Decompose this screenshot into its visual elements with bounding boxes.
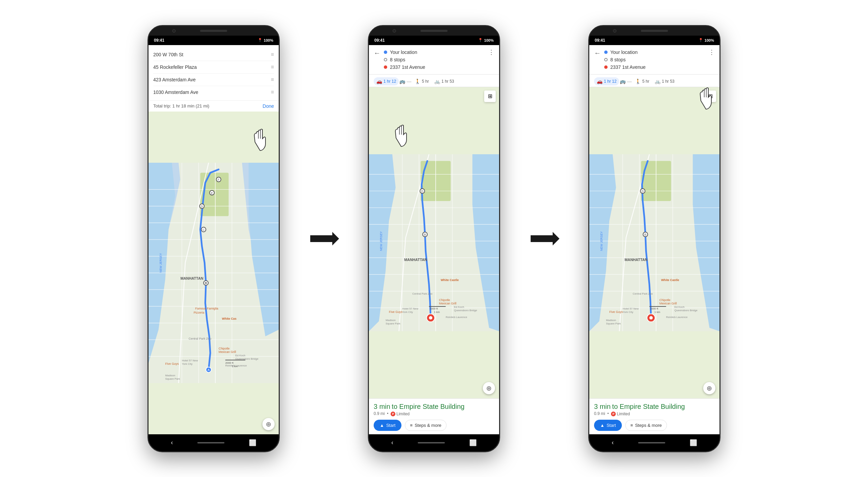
- bike-option-2[interactable]: 🚲 1 hr 53: [432, 77, 457, 85]
- location-button-2[interactable]: ◎: [483, 382, 495, 394]
- svg-marker-51: [310, 232, 339, 245]
- map-area-3: A B D MANHATTAN NEW JERSEY White Castle …: [589, 87, 719, 398]
- nav-destination-3: 2337 1st Avenue: [604, 63, 705, 71]
- svg-text:White Cas: White Cas: [222, 317, 237, 320]
- car-icon-3: 🚗: [597, 79, 603, 84]
- layers-button-2[interactable]: ⊞: [484, 91, 496, 102]
- car-time-3: 1 hr 12: [604, 79, 616, 84]
- recent-nav-btn-3[interactable]: ⬜: [690, 439, 697, 446]
- svg-text:Central Park Zoo: Central Park Zoo: [189, 337, 211, 340]
- home-indicator-1[interactable]: [197, 442, 224, 443]
- arrow-2: [527, 230, 561, 247]
- svg-text:MANHATTAN: MANHATTAN: [625, 258, 648, 262]
- svg-text:F: F: [218, 178, 220, 181]
- svg-text:Central Park Zoo: Central Park Zoo: [633, 292, 653, 295]
- steps-label-3: Steps & more: [635, 423, 662, 428]
- more-options-3[interactable]: ⋮: [709, 48, 715, 56]
- svg-text:Madison: Madison: [165, 374, 175, 377]
- phone-2-top: [369, 26, 499, 36]
- bottom-sheet-2: 3 min to Empire State Building 0.9 mi • …: [369, 398, 499, 434]
- start-icon-3: ▲: [600, 423, 605, 428]
- destination-label: 2337 1st Avenue: [390, 64, 425, 70]
- location-button-3[interactable]: ◎: [703, 382, 715, 394]
- home-indicator-3[interactable]: [638, 442, 665, 443]
- nav-header-2: ← Your location 8 stops 2337 1st Avenue: [369, 45, 499, 75]
- walk-option-2[interactable]: 🚶 5 hr: [412, 77, 432, 85]
- svg-text:Five Guys: Five Guys: [609, 310, 623, 313]
- camera-dot: [172, 29, 176, 33]
- location-icon-3: 📍: [698, 38, 703, 42]
- walk-icon-3: 🚶: [635, 79, 641, 84]
- drag-handle-4[interactable]: ≡: [271, 89, 274, 95]
- location-icon-2: 📍: [478, 38, 483, 42]
- more-options-2[interactable]: ⋮: [488, 48, 494, 56]
- dest-info-3: 0.9 mi • P Limited: [594, 411, 715, 416]
- car-option-3[interactable]: 🚗 1 hr 12: [594, 77, 619, 85]
- phone-3-bottom: ‹ ⬜: [589, 434, 719, 451]
- parking-badge-3: P Limited: [611, 412, 630, 416]
- drag-handle-1[interactable]: ≡: [271, 52, 274, 58]
- svg-text:Hotel 57 New: Hotel 57 New: [623, 307, 639, 310]
- red-dot: [384, 65, 387, 69]
- bike-option-3[interactable]: 🚲 1 hr 53: [652, 77, 677, 85]
- phone-3-top: [589, 26, 719, 36]
- back-nav-btn-3[interactable]: ‹: [612, 439, 614, 446]
- steps-button-3[interactable]: ≡ Steps & more: [625, 420, 667, 431]
- stop-row-1: 200 W 70th St ≡: [153, 48, 274, 61]
- home-indicator-2[interactable]: [418, 442, 445, 443]
- drag-handle-3[interactable]: ≡: [271, 77, 274, 83]
- drag-handle-2[interactable]: ≡: [271, 64, 274, 70]
- parking-label-2: Limited: [396, 412, 410, 416]
- map-svg-1: A B C D E F MANHATTAN NEW JERSEY White C…: [149, 112, 279, 434]
- bike-icon-3: 🚲: [655, 79, 660, 84]
- svg-text:Hotel 57 New: Hotel 57 New: [402, 307, 418, 310]
- svg-text:Famous Famiglia: Famous Famiglia: [195, 307, 218, 310]
- back-button-2[interactable]: ←: [374, 49, 380, 57]
- stop-row-2: 45 Rockefeller Plaza ≡: [153, 61, 274, 74]
- start-button-2[interactable]: ▲ Start: [374, 420, 401, 431]
- status-icons-1: 📍 100%: [258, 38, 273, 42]
- nav-destination: 2337 1st Avenue: [384, 63, 485, 71]
- svg-text:1 km: 1 km: [232, 364, 238, 367]
- svg-text:2000 ft: 2000 ft: [430, 307, 438, 310]
- recent-nav-btn[interactable]: ⬜: [249, 439, 256, 446]
- map-area-2: B D A MANHATTAN NEW JERSEY White Castle …: [369, 87, 499, 398]
- svg-text:Ed Koch: Ed Koch: [454, 305, 464, 309]
- svg-text:Square Park: Square Park: [386, 322, 400, 325]
- stops-panel: 200 W 70th St ≡ 45 Rockefeller Plaza ≡ 4…: [149, 45, 279, 101]
- back-nav-btn[interactable]: ‹: [171, 439, 173, 446]
- walk-icon-2: 🚶: [415, 79, 420, 84]
- phone-2: 09:41 📍 100% ← Your location 8 stops: [368, 25, 500, 452]
- start-label-2: Start: [386, 423, 395, 428]
- start-button-3[interactable]: ▲ Start: [594, 420, 622, 431]
- action-buttons-2: ▲ Start ≡ Steps & more: [374, 420, 494, 431]
- map-svg-3: A B D MANHATTAN NEW JERSEY White Castle …: [589, 87, 719, 398]
- phone-1-content: 200 W 70th St ≡ 45 Rockefeller Plaza ≡ 4…: [149, 45, 279, 434]
- svg-text:1 km: 1 km: [434, 310, 440, 313]
- walk-option-3[interactable]: 🚶 5 hr: [632, 77, 652, 85]
- svg-text:Square Park: Square Park: [165, 377, 180, 380]
- steps-button-2[interactable]: ≡ Steps & more: [405, 420, 446, 431]
- blue-dot: [384, 51, 387, 54]
- svg-text:Chipotle: Chipotle: [439, 298, 450, 302]
- transit-dash-2: 🚌 —: [399, 79, 411, 84]
- layers-button-3[interactable]: ⊞: [705, 91, 716, 102]
- stop-text-2: 45 Rockefeller Plaza: [153, 64, 268, 70]
- start-label-3: Start: [607, 423, 616, 428]
- time-2: 09:41: [374, 38, 385, 43]
- back-button-3[interactable]: ←: [594, 49, 601, 57]
- location-button-1[interactable]: ◎: [262, 418, 275, 430]
- car-option-2[interactable]: 🚗 1 hr 12: [374, 77, 399, 85]
- svg-text:Madison: Madison: [606, 319, 616, 322]
- recent-nav-btn-2[interactable]: ⬜: [469, 439, 477, 446]
- stop-text-4: 1030 Amsterdam Ave: [153, 90, 268, 95]
- destination-label-3: 2337 1st Avenue: [610, 64, 646, 70]
- svg-text:Madison: Madison: [386, 319, 396, 322]
- done-button[interactable]: Done: [263, 103, 274, 109]
- back-nav-btn-2[interactable]: ‹: [391, 439, 393, 446]
- svg-text:York City: York City: [182, 362, 192, 365]
- status-bar-1: 09:41 📍 100%: [149, 36, 279, 45]
- speaker-2: [420, 30, 448, 32]
- steps-icon-2: ≡: [410, 423, 413, 428]
- phone-2-content: ← Your location 8 stops 2337 1st Avenue: [369, 45, 499, 434]
